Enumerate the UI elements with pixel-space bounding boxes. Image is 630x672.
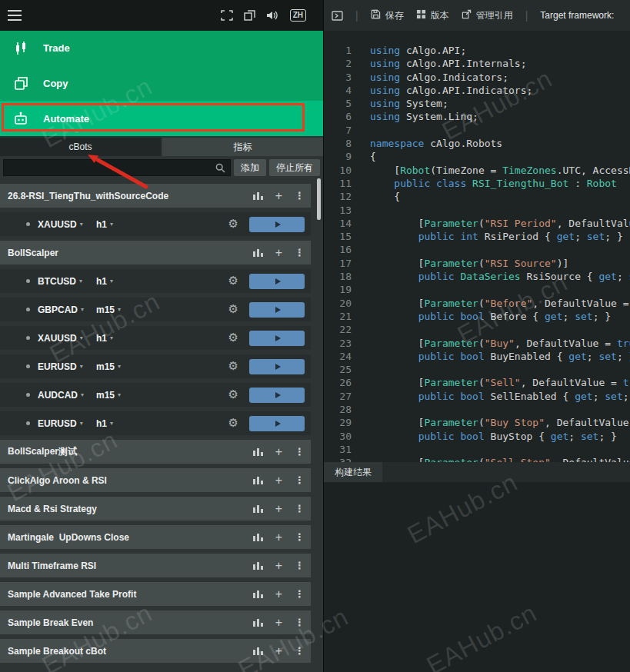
add-instance-icon[interactable]: +: [275, 474, 282, 487]
more-options-icon[interactable]: ⋮: [295, 247, 305, 258]
start-button[interactable]: [249, 302, 305, 318]
cbot-group-header[interactable]: ClickAlgo Aroon & RSI+⋮: [0, 468, 311, 492]
timeframe-select[interactable]: m15▾: [96, 361, 141, 372]
scrollbar-thumb[interactable]: [317, 178, 321, 220]
code-view[interactable]: 1using cAlgo.API;2using cAlgo.API.Intern…: [324, 31, 630, 462]
code-editor-panel: 1using cAlgo.API;2using cAlgo.API.Intern…: [323, 31, 630, 672]
symbol-select[interactable]: XAUUSD▾: [38, 219, 96, 230]
timeframe-select[interactable]: h1▾: [96, 276, 141, 287]
cbot-instance-row[interactable]: XAUUSD▾h1▾⚙: [0, 212, 311, 236]
symbol-select[interactable]: AUDCAD▾: [38, 390, 96, 401]
detach-window-icon[interactable]: [244, 10, 255, 21]
cbot-instance-row[interactable]: EURUSD▾h1▾⚙: [0, 411, 311, 435]
settings-gear-icon[interactable]: ⚙: [228, 418, 238, 429]
search-icon[interactable]: [215, 163, 225, 173]
more-options-icon[interactable]: ⋮: [295, 503, 305, 514]
manage-references-button[interactable]: 管理引用: [462, 9, 513, 22]
cbot-instance-row[interactable]: XAUUSD▾h1▾⚙: [0, 326, 311, 350]
symbol-select[interactable]: EURUSD▾: [38, 361, 96, 372]
symbol-select[interactable]: GBPCAD▾: [38, 304, 96, 315]
more-options-icon[interactable]: ⋮: [295, 588, 305, 600]
symbol-select[interactable]: XAUUSD▾: [38, 333, 96, 344]
timeframe-select[interactable]: m15▾: [96, 390, 141, 401]
cbot-instance-row[interactable]: BTCUSD▾h1▾⚙: [0, 269, 311, 293]
add-instance-icon[interactable]: +: [275, 588, 282, 600]
cbot-group-header[interactable]: BollScalper+⋮: [0, 241, 311, 264]
menu-item-copy[interactable]: Copy: [0, 66, 323, 101]
search-input[interactable]: [8, 162, 215, 173]
timeframe-select[interactable]: m15▾: [96, 304, 141, 315]
start-button[interactable]: [249, 388, 305, 403]
cbot-instance-row[interactable]: EURUSD▾m15▾⚙: [0, 354, 311, 378]
language-badge[interactable]: ZH: [290, 9, 306, 22]
backtest-icon[interactable]: [253, 561, 263, 570]
add-instance-icon[interactable]: +: [275, 531, 282, 544]
menu-item-trade[interactable]: Trade: [0, 31, 323, 66]
settings-gear-icon[interactable]: ⚙: [228, 361, 238, 372]
build-icon[interactable]: [332, 11, 343, 21]
cbot-group-header[interactable]: Martingale UpDowns Close+⋮: [0, 525, 311, 549]
backtest-icon[interactable]: [253, 533, 263, 541]
cbot-group-header[interactable]: BollScalper测试+⋮: [0, 440, 311, 464]
cbot-instance-row[interactable]: AUDCAD▾m15▾⚙: [0, 383, 311, 407]
settings-gear-icon[interactable]: ⚙: [228, 389, 238, 401]
more-options-icon[interactable]: ⋮: [295, 531, 305, 543]
add-instance-icon[interactable]: +: [275, 503, 282, 515]
backtest-icon[interactable]: [253, 618, 263, 627]
settings-gear-icon[interactable]: ⚙: [228, 275, 238, 287]
more-options-icon[interactable]: ⋮: [295, 446, 305, 457]
version-button[interactable]: 版本: [416, 9, 449, 22]
cbot-instance-row[interactable]: GBPCAD▾m15▾⚙: [0, 298, 311, 321]
timeframe-select[interactable]: h1▾: [96, 418, 141, 429]
add-instance-icon[interactable]: +: [275, 560, 282, 572]
cbot-group-header[interactable]: Multi Timeframe RSI+⋮: [0, 554, 311, 577]
add-cbot-button[interactable]: 添加: [234, 159, 266, 176]
more-options-icon[interactable]: ⋮: [295, 617, 305, 628]
backtest-icon[interactable]: [253, 191, 263, 200]
more-options-icon[interactable]: ⋮: [295, 474, 305, 486]
timeframe-select[interactable]: h1▾: [96, 333, 141, 344]
add-instance-icon[interactable]: +: [275, 645, 282, 657]
start-button[interactable]: [249, 331, 305, 346]
cbot-group-header[interactable]: Sample Break Even+⋮: [0, 610, 311, 634]
more-options-icon[interactable]: ⋮: [295, 190, 305, 201]
symbol-select[interactable]: BTCUSD▾: [38, 276, 96, 287]
backtest-icon[interactable]: [253, 447, 263, 456]
menu-icon[interactable]: [8, 10, 22, 21]
start-button[interactable]: [249, 274, 305, 289]
add-instance-icon[interactable]: +: [275, 446, 282, 458]
start-button[interactable]: [249, 217, 305, 232]
settings-gear-icon[interactable]: ⚙: [228, 304, 238, 315]
cbot-group-header[interactable]: Sample Advanced Take Profit+⋮: [0, 582, 311, 606]
backtest-icon[interactable]: [253, 248, 263, 257]
add-instance-icon[interactable]: +: [275, 617, 282, 629]
more-options-icon[interactable]: ⋮: [295, 560, 305, 571]
tab-build-results[interactable]: 构建结果: [324, 462, 382, 482]
backtest-icon[interactable]: [253, 504, 263, 513]
timeframe-select[interactable]: h1▾: [96, 219, 141, 230]
line-number: 1: [324, 44, 352, 57]
chevron-down-icon: ▾: [110, 420, 113, 427]
more-options-icon[interactable]: ⋮: [295, 645, 305, 657]
start-button[interactable]: [249, 359, 305, 374]
cbot-group-header[interactable]: Macd & Rsi Strategy+⋮: [0, 497, 311, 521]
backtest-icon[interactable]: [253, 590, 263, 598]
tab-indicators[interactable]: 指标: [162, 138, 323, 156]
menu-item-automate[interactable]: Automate: [0, 101, 323, 136]
code-line: 12 {: [324, 190, 630, 203]
backtest-icon[interactable]: [253, 647, 263, 655]
symbol-select[interactable]: EURUSD▾: [38, 418, 96, 429]
stop-all-button[interactable]: 停止所有: [269, 159, 320, 176]
add-instance-icon[interactable]: +: [275, 190, 282, 202]
start-button[interactable]: [249, 416, 305, 431]
backtest-icon[interactable]: [253, 476, 263, 484]
tab-cbots[interactable]: cBots: [0, 138, 161, 156]
cbot-group-header[interactable]: 26.8-RSI_TiengThu_withSourceCode+⋮: [0, 184, 311, 208]
settings-gear-icon[interactable]: ⚙: [228, 332, 238, 344]
add-instance-icon[interactable]: +: [275, 247, 282, 259]
fullscreen-icon[interactable]: [221, 10, 233, 21]
sound-icon[interactable]: [266, 10, 279, 21]
save-button[interactable]: 保存: [371, 9, 404, 22]
settings-gear-icon[interactable]: ⚙: [228, 218, 238, 230]
cbot-group-header[interactable]: Sample Breakout cBot+⋮: [0, 639, 311, 663]
